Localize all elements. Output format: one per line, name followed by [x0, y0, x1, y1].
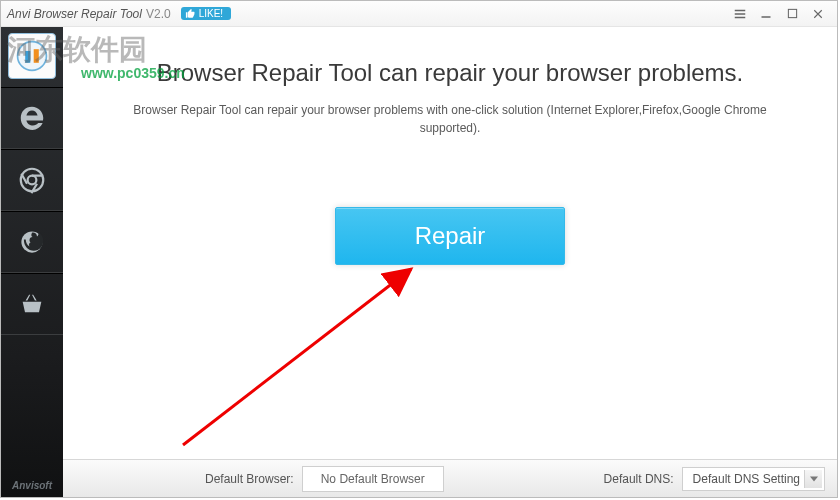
- close-button[interactable]: [805, 4, 831, 24]
- default-dns-select[interactable]: Default DNS Setting: [682, 467, 825, 491]
- chevron-down-icon: [804, 470, 822, 488]
- svg-rect-3: [34, 49, 39, 63]
- sidebar-item-store[interactable]: [1, 273, 63, 335]
- app-logo: [8, 33, 56, 79]
- bottombar: Default Browser: No Default Browser Defa…: [63, 459, 837, 497]
- svg-rect-2: [25, 51, 30, 63]
- default-dns-label: Default DNS:: [604, 472, 674, 486]
- sidebar-item-firefox[interactable]: [1, 211, 63, 273]
- sidebar: Anvisoft: [1, 27, 63, 497]
- svg-point-1: [18, 42, 47, 71]
- internet-explorer-icon: [17, 103, 47, 133]
- svg-rect-0: [788, 9, 796, 17]
- like-label: LIKE!: [199, 8, 223, 19]
- minimize-button[interactable]: [753, 4, 779, 24]
- main-area: Browser Repair Tool can repair your brow…: [63, 27, 837, 497]
- page-subline: Browser Repair Tool can repair your brow…: [130, 101, 770, 137]
- like-badge[interactable]: LIKE!: [181, 7, 231, 20]
- titlebar: Anvi Browser Repair Tool V2.0 LIKE!: [1, 1, 837, 27]
- app-version: V2.0: [146, 7, 171, 21]
- basket-icon: [17, 290, 47, 318]
- default-browser-value[interactable]: No Default Browser: [302, 466, 444, 492]
- annotation-arrow: [173, 257, 433, 457]
- menu-icon[interactable]: [727, 4, 753, 24]
- sidebar-item-ie[interactable]: [1, 87, 63, 149]
- default-dns-value: Default DNS Setting: [693, 472, 800, 486]
- default-browser-label: Default Browser:: [205, 472, 294, 486]
- repair-button[interactable]: Repair: [335, 207, 565, 265]
- thumbs-up-icon: [185, 8, 196, 19]
- chrome-icon: [17, 165, 47, 195]
- sidebar-item-chrome[interactable]: [1, 149, 63, 211]
- page-headline: Browser Repair Tool can repair your brow…: [63, 59, 837, 87]
- brand-label: Anvisoft: [12, 480, 52, 491]
- firefox-icon: [17, 227, 47, 257]
- app-title: Anvi Browser Repair Tool: [7, 7, 142, 21]
- svg-point-5: [28, 176, 37, 185]
- maximize-button[interactable]: [779, 4, 805, 24]
